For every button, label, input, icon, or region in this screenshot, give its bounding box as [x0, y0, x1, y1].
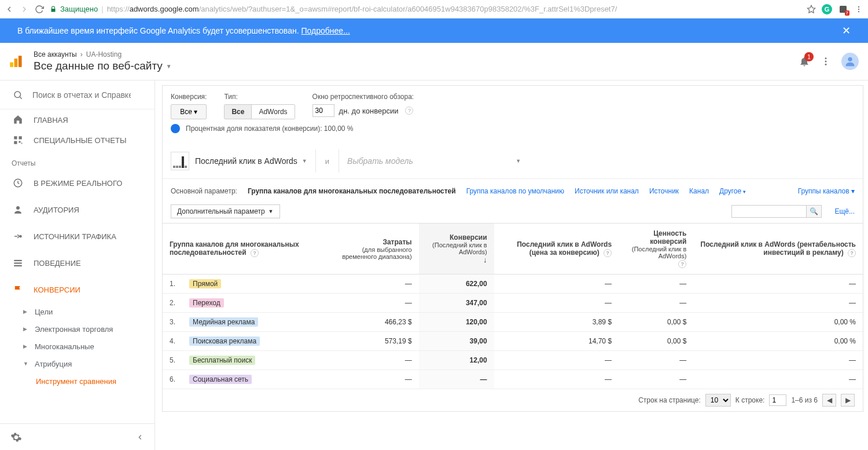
apps-icon[interactable] [821, 56, 831, 67]
conversion-dropdown[interactable]: Все ▾ [171, 104, 207, 119]
svg-point-20 [16, 206, 20, 210]
sidebar: ГЛАВНАЯ + СПЕЦИАЛЬНЫЕ ОТЧЕТЫ Отчеты В РЕ… [0, 81, 155, 450]
sidebar-sub-attribution[interactable]: ▼Атрибуция [0, 355, 155, 372]
prev-page-button[interactable]: ◀ [822, 394, 836, 407]
grammarly-icon[interactable]: G [822, 4, 832, 14]
type-all[interactable]: Все [225, 105, 252, 119]
avatar[interactable] [841, 53, 859, 70]
table-row[interactable]: 2.Переход—347,00——— [163, 294, 863, 313]
collapse-icon[interactable] [136, 433, 144, 441]
svg-rect-14 [14, 136, 17, 139]
secure-label: Защищено [60, 5, 98, 13]
svg-rect-15 [19, 136, 22, 139]
model-separator: и [315, 149, 339, 173]
model-dropdown[interactable]: Последний клик в AdWords▼ [195, 156, 307, 166]
col-roi[interactable]: Последний клик в AdWords (рентабельность… [693, 224, 863, 275]
url-text: https://adwords.google.com/analytics/web… [107, 5, 617, 13]
sidebar-item-home[interactable]: ГЛАВНАЯ [0, 109, 155, 127]
svg-point-2 [858, 6, 859, 7]
search-input[interactable] [32, 90, 131, 100]
help-icon[interactable]: ? [405, 107, 413, 115]
pct-text: Процентная доля показателя (конверсии): … [186, 125, 354, 133]
forward-icon[interactable] [20, 5, 29, 14]
svg-point-12 [14, 92, 21, 98]
svg-rect-23 [14, 262, 22, 264]
sidebar-sub-ecommerce[interactable]: ▶Электронная торговля [0, 320, 155, 338]
col-channel-group[interactable]: Группа каналов для многоканальных послед… [163, 224, 326, 275]
table-row[interactable]: 5.Бесплатный поиск—12,00——— [163, 351, 863, 370]
back-icon[interactable] [5, 5, 14, 14]
extension-icon[interactable]: 7 [838, 4, 848, 14]
dim-tab-4[interactable]: Канал [689, 182, 709, 200]
sidebar-sub-goals[interactable]: ▶Цели [0, 303, 155, 320]
more-link[interactable]: Ещё... [834, 207, 855, 215]
close-icon[interactable]: ✕ [842, 24, 851, 37]
clock-icon [13, 178, 23, 188]
lock-icon [50, 6, 57, 13]
sidebar-sub-comparison-tool[interactable]: Инструмент сравнения [0, 372, 155, 390]
sidebar-sub-multichannel[interactable]: ▶Многоканальные [0, 338, 155, 355]
view-title[interactable]: Все данные по веб-сайту▼ [34, 60, 172, 72]
menu-icon[interactable] [854, 5, 863, 14]
notifications-icon[interactable]: 1 [799, 56, 810, 67]
flag-icon [13, 284, 23, 295]
table-row[interactable]: 4.Поисковая реклама573,19 $39,0014,70 $0… [163, 332, 863, 351]
dashboard-icon: + [13, 135, 23, 145]
reload-icon[interactable] [35, 5, 44, 14]
col-cpa[interactable]: Последний клик в AdWords (цена за конвер… [494, 224, 619, 275]
sidebar-item-acquisition[interactable]: ИСТОЧНИКИ ТРАФИКА [0, 223, 155, 250]
svg-point-21 [20, 236, 21, 237]
sidebar-search[interactable] [0, 81, 155, 109]
dim-tab-3[interactable]: Источник [649, 182, 679, 200]
table-search-button[interactable]: 🔍 [807, 205, 822, 218]
svg-point-3 [858, 8, 859, 9]
svg-point-8 [825, 57, 827, 59]
compare-model-dropdown[interactable]: Выбрать модель▼ [347, 156, 521, 166]
primary-dim-label: Основной параметр: [171, 187, 237, 195]
channel-groups-dropdown[interactable]: Группы каналов ▾ [798, 187, 855, 195]
svg-rect-7 [19, 56, 22, 67]
svg-rect-24 [14, 265, 22, 266]
svg-point-10 [825, 64, 827, 65]
table-row[interactable]: 1.Прямой—622,00——— [163, 275, 863, 294]
secondary-dim-dropdown[interactable]: Дополнительный параметр▼ [171, 204, 280, 218]
sidebar-item-custom[interactable]: + СПЕЦИАЛЬНЫЕ ОТЧЕТЫ [0, 127, 155, 153]
dim-tab-0[interactable]: Группа каналов для многоканальных послед… [248, 182, 456, 200]
dim-tab-2[interactable]: Источник или канал [575, 182, 639, 200]
svg-rect-6 [14, 58, 18, 67]
goto-row-input[interactable] [769, 394, 786, 406]
sidebar-item-realtime[interactable]: В РЕЖИМЕ РЕАЛЬНОГО [0, 170, 155, 196]
col-value[interactable]: Ценность конверсий(Последний клик в AdWo… [619, 224, 693, 275]
breadcrumb[interactable]: Все аккаунты›UA-Hosting [34, 50, 172, 58]
svg-point-4 [858, 10, 859, 12]
col-cost[interactable]: Затраты(для выбранного временного диапаз… [326, 224, 419, 275]
svg-marker-0 [807, 5, 815, 13]
sidebar-item-behavior[interactable]: ПОВЕДЕНИЕ [0, 250, 155, 276]
star-icon[interactable] [807, 5, 816, 14]
table-row[interactable]: 3.Медийная реклама466,23 $120,003,89 $0,… [163, 313, 863, 332]
pie-icon [171, 124, 180, 133]
analytics-logo-icon [8, 54, 23, 69]
dim-tab-1[interactable]: Группа каналов по умолчанию [466, 182, 564, 200]
update-banner: В ближайшее время интерфейс Google Analy… [0, 19, 868, 43]
list-icon [13, 258, 23, 268]
address-bar[interactable]: Защищено | https://adwords.google.com/an… [50, 5, 801, 13]
lookback-input[interactable] [312, 104, 334, 117]
table-row[interactable]: 6.Социальная сеть————— [163, 370, 863, 389]
dim-tab-other[interactable]: Другое [719, 182, 746, 200]
gear-icon[interactable] [10, 431, 22, 443]
share-icon [13, 231, 23, 242]
pager-range: 1–6 из 6 [791, 396, 818, 404]
next-page-button[interactable]: ▶ [841, 394, 855, 407]
rows-per-page-select[interactable]: 10 [705, 394, 731, 407]
home-icon [13, 114, 23, 125]
table-search-input[interactable] [731, 205, 807, 218]
banner-link[interactable]: Подробнее... [301, 26, 350, 35]
col-conversions[interactable]: Конверсии(Последний клик в AdWords) ↓ [419, 224, 494, 275]
sidebar-item-conversions[interactable]: КОНВЕРСИИ [0, 276, 155, 303]
type-adwords[interactable]: AdWords [252, 105, 294, 119]
model-icon [171, 152, 189, 170]
app-header: Все аккаунты›UA-Hosting Все данные по ве… [0, 43, 868, 81]
pager: Строк на странице: 10 К строке: 1–6 из 6… [163, 389, 863, 411]
sidebar-item-audience[interactable]: АУДИТОРИЯ [0, 196, 155, 223]
